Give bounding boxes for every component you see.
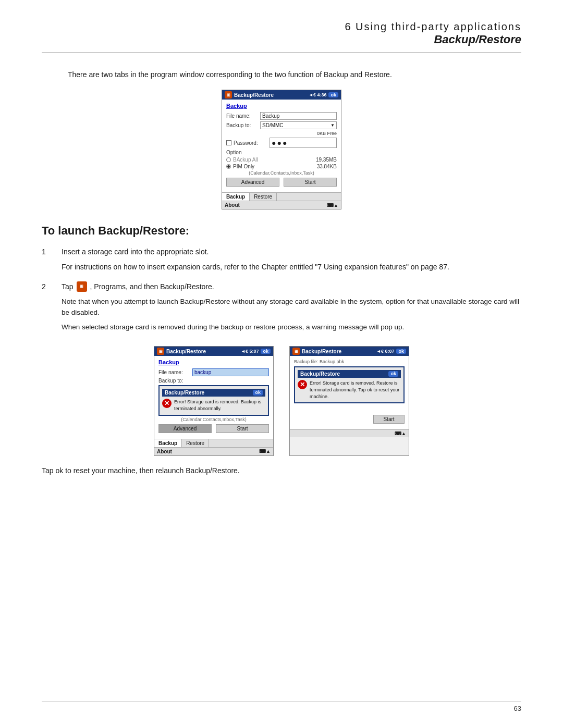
left-action-buttons: Advanced Start (158, 424, 269, 433)
right-dialog-ok[interactable]: ok (388, 371, 398, 377)
step-2-content: Tap ⊞ , Programs, and then Backup/Restor… (62, 281, 521, 336)
right-windows-logo: ⊞ (292, 348, 300, 355)
filename-row: File name: Backup (226, 112, 337, 120)
keyboard-icon: ⌨▲ (327, 203, 338, 208)
header-rule (42, 53, 521, 53)
step-2-main: , Programs, and then Backup/Restore. (90, 281, 214, 292)
chapter-title: 6 Using third-party applications (42, 21, 521, 33)
right-filename-note-row: Backup file: Backup.pbk (294, 359, 405, 364)
password-label: Password: (234, 140, 267, 146)
right-error-msg: Error! Storage card is removed. Restore … (310, 380, 401, 400)
pim-only-size: 33.84KB (317, 164, 337, 169)
radio-backup-all: BAckup All 19.35MB (226, 157, 337, 163)
step-2-number: 2 (42, 281, 52, 336)
backup-all-radio[interactable] (226, 157, 231, 162)
bottom-note: Tap ok to reset your machine, then relau… (42, 466, 521, 475)
right-ok-button[interactable]: ok (396, 349, 406, 354)
left-error-msg: Error! Storage card is removed. Backup i… (174, 399, 265, 412)
start-button[interactable]: Start (284, 178, 337, 187)
first-screenshot-container: ⊞ Backup/Restore ◄€ 4:36 ok Backup File … (42, 90, 521, 209)
left-bottom-bar: About ⌨▲ (154, 447, 273, 455)
right-dialog-box: Backup/Restore ok ✕ Error! Storage card … (294, 366, 405, 403)
left-start-button[interactable]: Start (216, 424, 269, 433)
filename-input[interactable]: Backup (260, 112, 337, 120)
page-footer: 63 (42, 701, 521, 712)
radio-pim-only: PIM Only 33.84KB (226, 164, 337, 169)
step-2: 2 Tap ⊞ , Programs, and then Backup/Rest… (42, 281, 521, 336)
pim-only-radio[interactable] (226, 164, 231, 169)
left-about-label[interactable]: About (157, 449, 172, 454)
left-calendar-note: (Calendar,Contacts,Inbox,Task) (158, 417, 269, 422)
left-pda-window: ⊞ Backup/Restore ◄€ 5:07 ok Backup File … (154, 346, 274, 455)
backupto-label: Backup to: (226, 122, 260, 128)
first-titlebar-text: Backup/Restore (234, 92, 274, 98)
step-1-sub: For instructions on how to insert expans… (62, 261, 521, 273)
left-keyboard-icon: ⌨▲ (259, 449, 271, 454)
backup-all-label: BAckup All (233, 157, 314, 163)
first-titlebar: ⊞ Backup/Restore ◄€ 4:36 ok (222, 90, 341, 100)
left-ok-button[interactable]: ok (261, 349, 271, 354)
right-dialog-content: ✕ Error! Storage card is removed. Restor… (298, 380, 401, 400)
left-time: ◄€ 5:07 (241, 349, 259, 354)
backup-all-size: 19.35MB (316, 157, 337, 163)
step-1-main: Insert a storage card into the appropria… (62, 246, 521, 257)
password-checkbox[interactable] (226, 140, 231, 145)
restore-tab[interactable]: Restore (250, 193, 277, 201)
left-windows-logo: ⊞ (157, 348, 164, 355)
right-bottom-bar: ⌨▲ (290, 429, 409, 437)
right-filename-note: Backup file: Backup.pbk (294, 359, 344, 364)
select-arrow-icon: ▼ (331, 123, 335, 128)
chapter-subtitle: Backup/Restore (42, 33, 521, 46)
left-backup-tab[interactable]: Backup (154, 439, 182, 447)
step-2-note1: Note that when you attempt to launch Bac… (62, 296, 521, 318)
left-pda-tabs: Backup Restore (154, 439, 273, 447)
backup-tab[interactable]: Backup (222, 193, 250, 201)
step-1-content: Insert a storage card into the appropria… (62, 246, 521, 276)
step-1: 1 Insert a storage card into the appropr… (42, 246, 521, 276)
advanced-button[interactable]: Advanced (226, 178, 279, 187)
right-start-button[interactable]: Start (373, 415, 405, 424)
option-label: Option (226, 150, 337, 155)
left-filename-input[interactable]: backup (192, 368, 269, 376)
right-pda-window: ⊞ Backup/Restore ◄€ 6:07 ok Backup file:… (289, 346, 409, 455)
tap-line: Tap ⊞ , Programs, and then Backup/Restor… (62, 281, 521, 292)
left-backupto-label: Backup to: (158, 378, 192, 384)
tap-prefix: Tap (62, 281, 74, 292)
right-action-buttons: Start (294, 415, 405, 424)
left-pda-body: Backup File name: backup Backup to: Back… (154, 356, 273, 438)
left-dialog-title: Backup/Restore (165, 390, 204, 396)
left-advanced-button[interactable]: Advanced (158, 424, 212, 433)
first-time: ◄€ 4:36 (309, 92, 326, 97)
page-header: 6 Using third-party applications Backup/… (42, 21, 521, 48)
free-text: 0KB Free (226, 131, 337, 136)
right-spacer (294, 404, 405, 415)
step-2-note2: When selected storage card is removed du… (62, 322, 521, 333)
password-input[interactable]: ●●● (270, 138, 337, 148)
intro-text: There are two tabs in the program window… (68, 69, 495, 80)
left-backupto-row: Backup to: (158, 378, 269, 384)
left-dialog-box: Backup/Restore ok ✕ Error! Storage card … (158, 385, 269, 415)
left-error-icon: ✕ (162, 399, 172, 408)
left-restore-tab[interactable]: Restore (182, 439, 209, 447)
left-titlebar: ⊞ Backup/Restore ◄€ 5:07 ok (154, 347, 273, 356)
left-section-title: Backup (158, 359, 269, 365)
right-keyboard-icon: ⌨▲ (395, 431, 406, 436)
step-1-number: 1 (42, 246, 52, 276)
left-filename-row: File name: backup (158, 368, 269, 376)
page-number: 63 (514, 705, 521, 712)
filename-label: File name: (226, 113, 260, 119)
first-section-title: Backup (226, 103, 337, 109)
first-pda-window: ⊞ Backup/Restore ◄€ 4:36 ok Backup File … (222, 90, 341, 209)
right-dialog-title: Backup/Restore (300, 371, 340, 377)
windows-logo-icon: ⊞ (225, 91, 232, 98)
right-titlebar-text: Backup/Restore (302, 349, 341, 354)
first-ok-button[interactable]: ok (328, 92, 338, 97)
backupto-select[interactable]: SD/MMC ▼ (260, 121, 337, 129)
right-titlebar: ⊞ Backup/Restore ◄€ 6:07 ok (290, 347, 409, 356)
screenshots-row: ⊞ Backup/Restore ◄€ 5:07 ok Backup File … (42, 346, 521, 455)
calendar-note: (Calendar,Contacts,Inbox,Task) (226, 170, 337, 176)
about-label[interactable]: About (225, 202, 240, 208)
left-dialog-ok[interactable]: ok (253, 390, 263, 396)
first-pda-body: Backup File name: Backup Backup to: SD/M… (222, 100, 341, 192)
pda-bottom-bar: About ⌨▲ (222, 201, 341, 209)
